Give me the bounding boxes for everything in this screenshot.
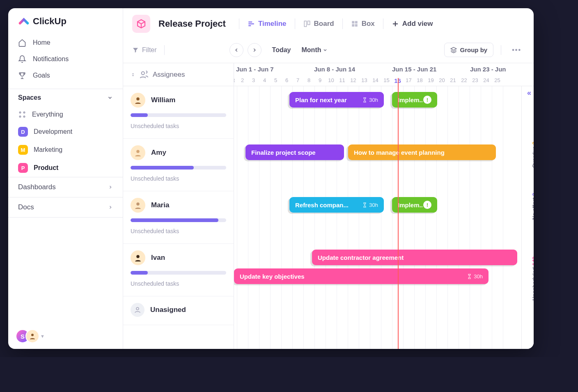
avatar — [131, 198, 145, 213]
spaces-header[interactable]: Spaces — [8, 89, 123, 106]
day-label: 5 — [270, 77, 281, 84]
add-view-button[interactable]: Add view — [388, 17, 437, 30]
assignee-row[interactable]: WilliamUnscheduled tasks — [123, 86, 234, 139]
task-label: Implem.. — [398, 96, 423, 103]
day-label: 7 — [292, 77, 303, 84]
chevron-down-icon — [323, 48, 328, 53]
unscheduled-link[interactable]: Unscheduled tasks — [131, 280, 226, 287]
filter-icon — [132, 47, 139, 53]
task-label: Plan for next year — [295, 96, 347, 103]
bell-icon — [18, 55, 26, 63]
prev-button[interactable] — [229, 43, 243, 57]
space-badge: M — [18, 145, 28, 155]
assignee-name: Unasigned — [150, 306, 186, 314]
zoom-selector[interactable]: Month — [302, 46, 328, 54]
day-label: 13 — [359, 77, 370, 84]
nav-home[interactable]: Home — [8, 34, 123, 51]
space-item-product[interactable]: PProduct — [8, 159, 123, 177]
today-button[interactable]: Today — [269, 46, 294, 54]
tab-board[interactable]: Board — [299, 17, 338, 30]
svg-point-0 — [19, 112, 21, 113]
nav-docs[interactable]: Docs — [8, 197, 123, 218]
tab-timeline[interactable]: Timeline — [243, 17, 291, 30]
side-panel-tabs: « Overdue 3 No effort 2 Unscheduled 140 — [521, 86, 534, 349]
main-content: Release Project Timeline Board Box — [123, 8, 534, 349]
assignee-row[interactable]: IvanUnscheduled tasks — [123, 244, 234, 296]
task-bar[interactable]: Plan for next year30h — [289, 92, 384, 108]
assignee-row[interactable]: Unasigned — [123, 296, 234, 325]
space-item-marketing[interactable]: MMarketing — [8, 141, 123, 159]
svg-rect-6 — [307, 21, 310, 25]
nav-notifications[interactable]: Notifications — [8, 51, 123, 67]
task-bar[interactable]: How to manage event planning — [348, 144, 496, 160]
collapse-panel-icon[interactable]: « — [527, 89, 531, 97]
day-label: 9 — [314, 77, 326, 84]
workspace-switcher[interactable]: S — [16, 329, 35, 343]
assignee-column-header[interactable]: Assignees — [123, 63, 234, 86]
nav-goals[interactable]: Goals — [8, 67, 123, 84]
filter-label: Filter — [142, 46, 157, 54]
groupby-button[interactable]: Group by — [444, 43, 494, 57]
task-bar[interactable]: Implem..! — [392, 197, 437, 213]
task-bar[interactable]: Update key objectives30h — [234, 268, 489, 284]
day-label: 21 — [447, 77, 459, 84]
space-everything-label: Everything — [32, 111, 63, 118]
filter-button[interactable]: Filter — [132, 46, 157, 54]
space-badge: D — [18, 127, 28, 137]
day-label: 18 — [414, 77, 425, 84]
caret-down-icon[interactable]: ▼ — [40, 334, 45, 339]
assignee-row[interactable]: MariaUnscheduled tasks — [123, 191, 234, 244]
svg-rect-10 — [355, 24, 357, 27]
nav-dashboards[interactable]: Dashboards — [8, 177, 123, 197]
space-everything[interactable]: Everything — [8, 106, 123, 123]
task-bar[interactable]: Finalize project scope — [245, 144, 344, 160]
svg-point-13 — [136, 150, 140, 153]
day-label: 22 — [459, 77, 470, 84]
tab-timeline-label: Timeline — [258, 20, 287, 28]
sidetab-noeffort[interactable]: No effort 2 — [531, 193, 534, 220]
task-bar[interactable]: Refresh compan...30h — [289, 197, 384, 213]
chevron-left-icon — [234, 47, 239, 53]
tab-box[interactable]: Box — [347, 17, 379, 30]
box-icon — [136, 19, 146, 29]
chevron-right-icon — [108, 185, 113, 190]
nav-docs-label: Docs — [18, 203, 34, 211]
task-bar[interactable]: Implem..! — [392, 92, 437, 108]
svg-rect-7 — [352, 21, 354, 23]
svg-point-3 — [23, 116, 25, 117]
space-label: Marketing — [34, 146, 62, 154]
tab-board-label: Board — [314, 20, 334, 28]
avatar — [131, 145, 145, 160]
nav-notifications-label: Notifications — [33, 55, 69, 63]
week-label: Jun 23 - Jun — [470, 66, 506, 73]
next-button[interactable] — [248, 43, 261, 57]
assignee-row[interactable]: AmyUnscheduled tasks — [123, 139, 234, 191]
alert-icon: ! — [423, 201, 431, 209]
app-shell: ClickUp Home Notifications Goals Spaces … — [8, 8, 534, 349]
timeline-grid[interactable]: Jun 1 - Jun 7Jun 8 - Jun 14Jun 15 - Jun … — [234, 63, 534, 349]
space-item-development[interactable]: DDevelopment — [8, 123, 123, 141]
unscheduled-link[interactable]: Unscheduled tasks — [131, 175, 226, 182]
sidetab-unscheduled[interactable]: Unscheduled 140 — [531, 257, 534, 300]
nav-home-label: Home — [33, 39, 50, 46]
svg-point-11 — [142, 71, 144, 74]
day-label: 20 — [436, 77, 447, 84]
task-bar[interactable]: Update contractor agreement — [312, 250, 517, 265]
svg-point-14 — [136, 202, 140, 206]
timeline-icon — [248, 20, 255, 28]
day-label: 25 — [492, 77, 503, 84]
sort-icon — [131, 72, 135, 78]
task-label: Refresh compan... — [295, 202, 349, 209]
timeline-body: Plan for next year30hImplem..!Finalize p… — [234, 86, 534, 349]
logo[interactable]: ClickUp — [8, 8, 123, 33]
today-marker — [398, 78, 399, 349]
day-label: 8 — [303, 77, 314, 84]
unscheduled-link[interactable]: Unscheduled tasks — [131, 228, 226, 234]
assignee-column: Assignees WilliamUnscheduled tasksAmyUns… — [123, 63, 234, 349]
more-button[interactable]: ••• — [509, 46, 525, 54]
project-icon[interactable] — [132, 15, 150, 33]
week-label: Jun 15 - Jun 21 — [392, 66, 436, 73]
project-title: Release Project — [158, 18, 226, 29]
sidetab-overdue[interactable]: Overdue 3 — [531, 142, 534, 168]
unscheduled-link[interactable]: Unscheduled tasks — [131, 123, 226, 129]
